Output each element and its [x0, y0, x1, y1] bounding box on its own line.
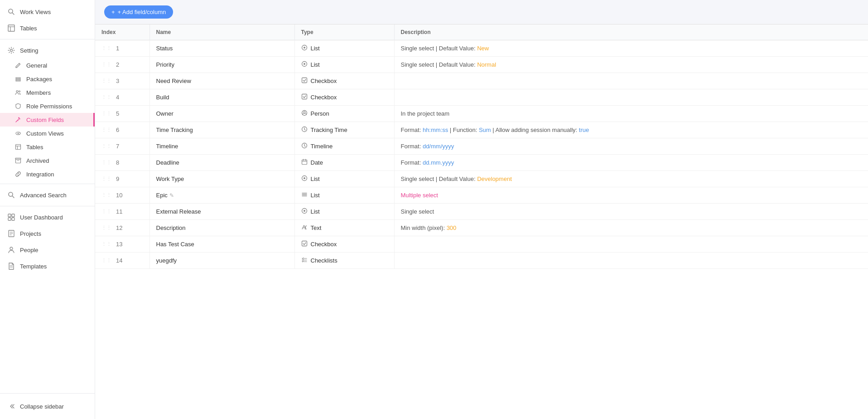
desc-part: | Allow adding session manually: — [491, 127, 579, 133]
collapse-icon — [7, 402, 15, 410]
toolbar: + + Add field/column — [95, 0, 868, 24]
svg-point-20 — [9, 192, 13, 196]
subnav-role-permissions[interactable]: Role Permissions — [0, 99, 95, 113]
type-label: List — [311, 61, 320, 68]
drag-handle: ⋮⋮ — [101, 160, 111, 166]
sidebar-item-templates[interactable]: Templates — [0, 258, 95, 274]
svg-line-1 — [13, 13, 14, 15]
sidebar-item-advanced-search-label: Advanced Search — [20, 192, 87, 199]
subnav-custom-views[interactable]: Custom Views — [0, 127, 95, 140]
header-type: Type — [294, 24, 394, 40]
type-icon — [301, 257, 308, 264]
table-header: Index Name Type Description — [95, 24, 868, 40]
cell-type: List — [294, 171, 394, 187]
desc-part: Single select — [401, 61, 434, 68]
row-index-num: 9 — [116, 175, 119, 182]
sidebar-item-setting[interactable]: Setting — [0, 42, 95, 58]
type-label: Tracking Time — [311, 127, 347, 133]
add-field-column-button[interactable]: + + Add field/column — [104, 5, 173, 19]
svg-point-13 — [18, 133, 19, 134]
drag-handle: ⋮⋮ — [101, 94, 111, 100]
subnav-integration[interactable]: Integration — [0, 167, 95, 181]
sidebar-item-projects[interactable]: Projects — [0, 225, 95, 242]
desc-part: Format: — [401, 127, 423, 133]
type-label: List — [311, 175, 320, 182]
cell-type: Text — [294, 220, 394, 236]
row-index-num: 14 — [116, 257, 122, 264]
subnav-members[interactable]: Members — [0, 86, 95, 99]
svg-point-53 — [304, 210, 305, 212]
desc-value: Multiple select — [401, 192, 438, 199]
sidebar-item-user-dashboard[interactable]: User Dashboard — [0, 209, 95, 225]
svg-line-21 — [13, 196, 14, 198]
table-row: ⋮⋮14yuegdfyChecklists — [95, 253, 868, 269]
subnav-integration-label: Integration — [26, 171, 87, 178]
table-row: ⋮⋮13Has Test CaseCheckbox — [95, 236, 868, 253]
type-label: List — [311, 208, 320, 215]
wand-icon — [14, 116, 22, 123]
cell-description — [394, 236, 868, 253]
custom-fields-table: Index Name Type Description ⋮⋮1StatusLis… — [95, 24, 868, 269]
svg-point-5 — [10, 49, 13, 52]
cell-index: ⋮⋮6 — [95, 122, 149, 138]
desc-value: true — [579, 127, 589, 133]
cell-name: Status — [149, 40, 294, 57]
cell-description — [394, 89, 868, 106]
row-index-num: 1 — [116, 45, 119, 52]
subnav-general[interactable]: General — [0, 58, 95, 72]
desc-part: Format: — [401, 143, 423, 150]
sidebar-item-tables[interactable]: Tables — [0, 20, 95, 36]
drag-handle: ⋮⋮ — [101, 62, 111, 68]
type-label: Checkbox — [311, 78, 337, 84]
add-btn-label: + Add field/column — [118, 9, 166, 15]
cell-type: Person — [294, 106, 394, 122]
subnav-packages[interactable]: Packages — [0, 72, 95, 86]
edit-icon[interactable]: ✎ — [169, 192, 174, 199]
subnav-members-label: Members — [26, 89, 87, 96]
field-name: Deadline — [156, 159, 179, 166]
type-icon — [301, 224, 308, 232]
subnav-custom-fields[interactable]: Custom Fields — [0, 113, 95, 127]
field-name: Has Test Case — [156, 241, 194, 248]
sidebar-item-advanced-search[interactable]: Advanced Search — [0, 187, 95, 203]
sidebar-item-setting-label: Setting — [20, 47, 87, 54]
cell-index: ⋮⋮10 — [95, 187, 149, 204]
type-icon — [301, 61, 308, 68]
desc-part: In the project team — [401, 110, 450, 117]
type-label: Text — [311, 224, 322, 231]
divider-1 — [0, 39, 95, 39]
layers-icon — [14, 75, 22, 83]
table-row: ⋮⋮3Need ReviewCheckbox — [95, 73, 868, 89]
type-icon — [301, 191, 308, 199]
svg-point-0 — [9, 9, 13, 13]
field-name: Build — [156, 94, 169, 101]
row-index-num: 7 — [116, 143, 119, 150]
field-name: Timeline — [156, 143, 178, 150]
row-index-num: 10 — [116, 192, 122, 199]
sidebar-item-work-views[interactable]: Work Views — [0, 4, 95, 20]
cell-description: Single select — [394, 204, 868, 220]
drag-handle: ⋮⋮ — [101, 209, 111, 214]
table-row: ⋮⋮5OwnerPersonIn the project team — [95, 106, 868, 122]
sidebar-item-people[interactable]: People — [0, 242, 95, 258]
desc-part: Single select — [401, 45, 434, 52]
subnav-tables[interactable]: Tables — [0, 140, 95, 154]
cell-type: Checkbox — [294, 89, 394, 106]
eye-icon — [14, 130, 22, 137]
desc-value: dd.mm.yyyy — [423, 159, 454, 166]
svg-point-30 — [10, 247, 13, 250]
collapse-sidebar-btn[interactable]: Collapse sidebar — [0, 398, 95, 414]
cell-index: ⋮⋮5 — [95, 106, 149, 122]
subnav-archived[interactable]: Archived — [0, 154, 95, 167]
subnav-general-label: General — [26, 62, 87, 69]
svg-point-36 — [304, 63, 305, 65]
field-name: yuegdfy — [156, 257, 177, 264]
edit-icon — [14, 62, 22, 69]
svg-rect-18 — [15, 158, 21, 160]
cell-name: yuegdfy — [149, 253, 294, 269]
table-row: ⋮⋮8DeadlineDateFormat: dd.mm.yyyy — [95, 155, 868, 171]
cell-name: External Release — [149, 204, 294, 220]
table-row: ⋮⋮1StatusListSingle select | Default Val… — [95, 40, 868, 57]
table-row: ⋮⋮2PriorityListSingle select | Default V… — [95, 57, 868, 73]
type-icon — [301, 240, 308, 248]
